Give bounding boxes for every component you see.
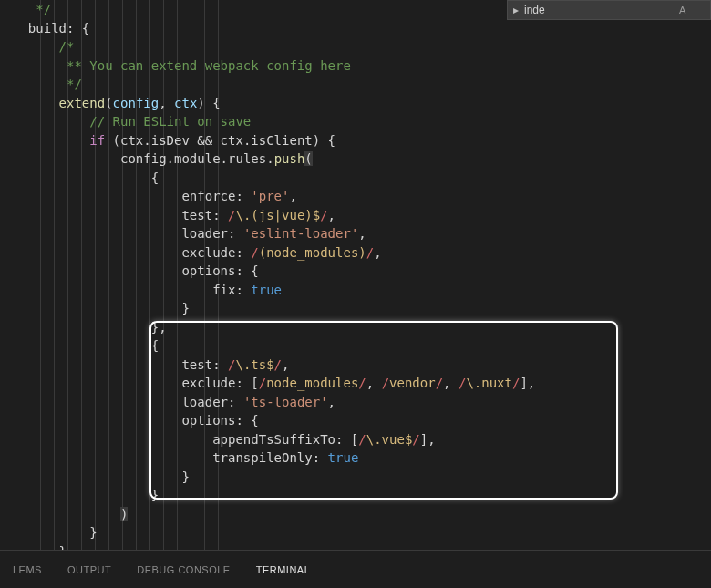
code-line[interactable]: /* xyxy=(13,37,535,57)
code-line[interactable]: exclude: /(node_modules)/, xyxy=(13,243,535,263)
code-line[interactable]: } xyxy=(13,468,535,487)
code-line[interactable]: } xyxy=(13,523,535,542)
code-line[interactable]: loader: 'ts-loader', xyxy=(13,393,535,412)
code-line[interactable]: test: /\.(js|vue)$/, xyxy=(13,206,535,225)
gutter xyxy=(0,0,13,550)
code-line[interactable]: */ xyxy=(13,0,535,19)
panel-tab-lems[interactable]: LEMS xyxy=(0,564,55,575)
code-line[interactable]: extend(config, ctx) { xyxy=(13,94,535,113)
code-line[interactable]: if (ctx.isDev && ctx.isClient) { xyxy=(13,131,535,150)
code-line[interactable]: exclude: [/node_modules/, /vendor/, /\.n… xyxy=(13,374,535,393)
find-widget[interactable]: ▸ A xyxy=(507,0,711,20)
code-line[interactable]: { xyxy=(13,169,535,188)
code-line[interactable]: { xyxy=(13,336,535,356)
code-line[interactable]: enforce: 'pre', xyxy=(13,187,535,206)
code-line[interactable]: ** You can extend webpack config here xyxy=(13,57,535,76)
panel-tabs: LEMSOUTPUTDEBUG CONSOLETERMINAL xyxy=(0,550,711,588)
code-line[interactable]: */ xyxy=(13,75,535,94)
code-line[interactable]: }, xyxy=(13,318,535,337)
code-line[interactable]: } xyxy=(13,486,535,505)
panel-tab-output[interactable]: OUTPUT xyxy=(55,564,124,575)
find-input[interactable] xyxy=(524,4,679,16)
code-line[interactable]: // Run ESLint on save xyxy=(13,112,535,131)
editor-area[interactable]: */ build: { /* ** You can extend webpack… xyxy=(0,0,711,550)
chevron-right-icon[interactable]: ▸ xyxy=(508,4,524,16)
code-line[interactable]: test: /\.ts$/, xyxy=(13,356,535,375)
match-case-icon[interactable]: A xyxy=(679,5,689,15)
code-line[interactable]: appendTsSuffixTo: [/\.vue$/], xyxy=(13,430,535,449)
code-line[interactable]: options: { xyxy=(13,262,535,281)
code-line[interactable]: config.module.rules.push( xyxy=(13,150,535,169)
code-line[interactable]: } xyxy=(13,299,535,318)
code-line[interactable]: options: { xyxy=(13,411,535,430)
code-line[interactable]: loader: 'eslint-loader', xyxy=(13,224,535,243)
code-line[interactable]: transpileOnly: true xyxy=(13,449,535,468)
panel-tab-terminal[interactable]: TERMINAL xyxy=(243,564,324,575)
code-line[interactable]: build: { xyxy=(13,19,535,38)
code-line[interactable]: ) xyxy=(13,505,535,524)
code-line[interactable]: fix: true xyxy=(13,281,535,300)
panel-tab-debug-console[interactable]: DEBUG CONSOLE xyxy=(124,564,242,575)
code-content[interactable]: */ build: { /* ** You can extend webpack… xyxy=(13,0,535,561)
